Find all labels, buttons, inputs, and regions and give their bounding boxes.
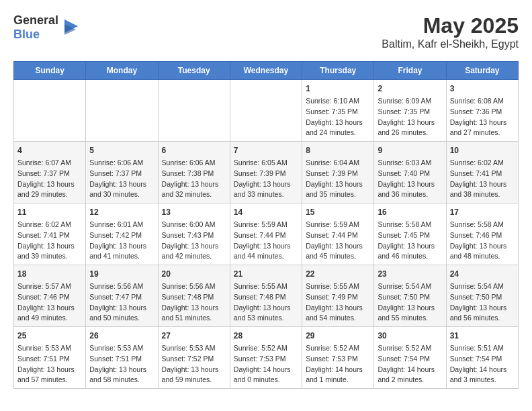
- day-info: Sunrise: 5:51 AM Sunset: 7:54 PM Dayligh…: [450, 343, 515, 385]
- day-info: Sunrise: 6:03 AM Sunset: 7:40 PM Dayligh…: [378, 158, 442, 200]
- day-number: 31: [450, 330, 515, 342]
- day-info: Sunrise: 5:54 AM Sunset: 7:50 PM Dayligh…: [450, 281, 515, 324]
- day-number: 21: [234, 268, 298, 280]
- day-info: Sunrise: 5:53 AM Sunset: 7:51 PM Dayligh…: [17, 343, 82, 385]
- calendar-cell: 11Sunrise: 6:02 AM Sunset: 7:41 PM Dayli…: [14, 203, 86, 265]
- day-number: 16: [378, 206, 442, 218]
- day-info: Sunrise: 5:58 AM Sunset: 7:45 PM Dayligh…: [378, 220, 442, 262]
- logo-blue: Blue: [13, 28, 40, 41]
- header-row: Sunday Monday Tuesday Wednesday Thursday…: [14, 62, 519, 80]
- calendar-subtitle: Baltim, Kafr el-Sheikh, Egypt: [382, 38, 519, 50]
- day-number: 24: [450, 268, 515, 280]
- col-friday: Friday: [374, 62, 446, 80]
- calendar-body: 1Sunrise: 6:10 AM Sunset: 7:35 PM Daylig…: [14, 80, 519, 389]
- calendar-cell: 5Sunrise: 6:06 AM Sunset: 7:37 PM Daylig…: [86, 142, 158, 203]
- calendar-cell: 27Sunrise: 5:53 AM Sunset: 7:52 PM Dayli…: [158, 327, 230, 389]
- col-sunday: Sunday: [14, 62, 86, 80]
- day-number: 3: [450, 83, 515, 95]
- day-number: 18: [17, 268, 82, 280]
- day-info: Sunrise: 5:52 AM Sunset: 7:53 PM Dayligh…: [306, 343, 370, 385]
- page-header: General Blue May 2025 Baltim, Kafr el-Sh…: [13, 13, 519, 50]
- calendar-cell: 10Sunrise: 6:02 AM Sunset: 7:41 PM Dayli…: [446, 142, 518, 203]
- day-number: 8: [306, 144, 370, 156]
- calendar-header: Sunday Monday Tuesday Wednesday Thursday…: [14, 62, 519, 80]
- calendar-cell: 18Sunrise: 5:57 AM Sunset: 7:46 PM Dayli…: [14, 265, 86, 327]
- calendar-cell: [158, 80, 230, 142]
- calendar-cell: 30Sunrise: 5:52 AM Sunset: 7:54 PM Dayli…: [374, 327, 446, 389]
- col-thursday: Thursday: [302, 62, 374, 80]
- calendar-cell: 8Sunrise: 6:04 AM Sunset: 7:39 PM Daylig…: [302, 142, 374, 203]
- day-info: Sunrise: 6:02 AM Sunset: 7:41 PM Dayligh…: [17, 220, 82, 262]
- logo-general: General: [13, 13, 58, 27]
- calendar-cell: 15Sunrise: 5:59 AM Sunset: 7:44 PM Dayli…: [302, 203, 374, 265]
- day-number: 25: [17, 330, 82, 342]
- calendar-cell: 14Sunrise: 5:59 AM Sunset: 7:44 PM Dayli…: [230, 203, 302, 265]
- col-saturday: Saturday: [446, 62, 518, 80]
- calendar-cell: 20Sunrise: 5:56 AM Sunset: 7:48 PM Dayli…: [158, 265, 230, 327]
- day-info: Sunrise: 5:57 AM Sunset: 7:46 PM Dayligh…: [17, 281, 82, 324]
- calendar-week-5: 25Sunrise: 5:53 AM Sunset: 7:51 PM Dayli…: [14, 327, 519, 389]
- day-info: Sunrise: 6:07 AM Sunset: 7:37 PM Dayligh…: [17, 158, 82, 200]
- day-number: 6: [162, 144, 226, 156]
- day-info: Sunrise: 6:00 AM Sunset: 7:43 PM Dayligh…: [162, 220, 226, 262]
- day-info: Sunrise: 6:01 AM Sunset: 7:42 PM Dayligh…: [89, 220, 154, 262]
- day-info: Sunrise: 6:05 AM Sunset: 7:39 PM Dayligh…: [234, 158, 298, 200]
- day-number: 17: [450, 206, 515, 218]
- calendar-cell: 9Sunrise: 6:03 AM Sunset: 7:40 PM Daylig…: [374, 142, 446, 203]
- day-info: Sunrise: 5:53 AM Sunset: 7:51 PM Dayligh…: [89, 343, 154, 385]
- day-number: 28: [234, 330, 298, 342]
- day-number: 1: [306, 83, 370, 95]
- calendar-cell: 7Sunrise: 6:05 AM Sunset: 7:39 PM Daylig…: [230, 142, 302, 203]
- calendar-table: Sunday Monday Tuesday Wednesday Thursday…: [13, 61, 519, 389]
- col-wednesday: Wednesday: [230, 62, 302, 80]
- day-number: 30: [378, 330, 442, 342]
- day-number: 5: [89, 144, 154, 156]
- calendar-cell: 16Sunrise: 5:58 AM Sunset: 7:45 PM Dayli…: [374, 203, 446, 265]
- day-info: Sunrise: 5:54 AM Sunset: 7:50 PM Dayligh…: [378, 281, 442, 324]
- logo-text: General Blue: [13, 13, 58, 42]
- day-number: 2: [378, 83, 442, 95]
- calendar-cell: 26Sunrise: 5:53 AM Sunset: 7:51 PM Dayli…: [86, 327, 158, 389]
- calendar-cell: 31Sunrise: 5:51 AM Sunset: 7:54 PM Dayli…: [446, 327, 518, 389]
- col-monday: Monday: [86, 62, 158, 80]
- logo: General Blue: [13, 13, 81, 42]
- calendar-cell: [14, 80, 86, 142]
- day-number: 19: [89, 268, 154, 280]
- day-number: 23: [378, 268, 442, 280]
- calendar-cell: 28Sunrise: 5:52 AM Sunset: 7:53 PM Dayli…: [230, 327, 302, 389]
- day-info: Sunrise: 5:59 AM Sunset: 7:44 PM Dayligh…: [234, 220, 298, 262]
- calendar-cell: 13Sunrise: 6:00 AM Sunset: 7:43 PM Dayli…: [158, 203, 230, 265]
- day-info: Sunrise: 5:56 AM Sunset: 7:48 PM Dayligh…: [162, 281, 226, 324]
- day-number: 11: [17, 206, 82, 218]
- day-info: Sunrise: 5:58 AM Sunset: 7:46 PM Dayligh…: [450, 220, 515, 262]
- calendar-cell: 6Sunrise: 6:06 AM Sunset: 7:38 PM Daylig…: [158, 142, 230, 203]
- day-info: Sunrise: 6:09 AM Sunset: 7:35 PM Dayligh…: [378, 96, 442, 138]
- day-number: 10: [450, 144, 515, 156]
- calendar-week-1: 1Sunrise: 6:10 AM Sunset: 7:35 PM Daylig…: [14, 80, 519, 142]
- logo-icon: [61, 16, 81, 40]
- calendar-cell: 21Sunrise: 5:55 AM Sunset: 7:48 PM Dayli…: [230, 265, 302, 327]
- calendar-title: May 2025: [382, 13, 519, 38]
- calendar-cell: 22Sunrise: 5:55 AM Sunset: 7:49 PM Dayli…: [302, 265, 374, 327]
- col-tuesday: Tuesday: [158, 62, 230, 80]
- calendar-cell: [230, 80, 302, 142]
- day-number: 15: [306, 206, 370, 218]
- calendar-cell: 12Sunrise: 6:01 AM Sunset: 7:42 PM Dayli…: [86, 203, 158, 265]
- calendar-cell: 2Sunrise: 6:09 AM Sunset: 7:35 PM Daylig…: [374, 80, 446, 142]
- day-info: Sunrise: 5:55 AM Sunset: 7:49 PM Dayligh…: [306, 281, 370, 324]
- title-block: May 2025 Baltim, Kafr el-Sheikh, Egypt: [382, 13, 519, 50]
- day-info: Sunrise: 6:10 AM Sunset: 7:35 PM Dayligh…: [306, 96, 370, 138]
- day-info: Sunrise: 6:06 AM Sunset: 7:37 PM Dayligh…: [89, 158, 154, 200]
- day-info: Sunrise: 5:59 AM Sunset: 7:44 PM Dayligh…: [306, 220, 370, 262]
- day-number: 14: [234, 206, 298, 218]
- day-number: 9: [378, 144, 442, 156]
- day-number: 26: [89, 330, 154, 342]
- day-number: 12: [89, 206, 154, 218]
- day-info: Sunrise: 6:06 AM Sunset: 7:38 PM Dayligh…: [162, 158, 226, 200]
- day-info: Sunrise: 5:52 AM Sunset: 7:54 PM Dayligh…: [378, 343, 442, 385]
- calendar-cell: 23Sunrise: 5:54 AM Sunset: 7:50 PM Dayli…: [374, 265, 446, 327]
- day-info: Sunrise: 6:08 AM Sunset: 7:36 PM Dayligh…: [450, 96, 515, 138]
- calendar-cell: 25Sunrise: 5:53 AM Sunset: 7:51 PM Dayli…: [14, 327, 86, 389]
- day-info: Sunrise: 6:04 AM Sunset: 7:39 PM Dayligh…: [306, 158, 370, 200]
- calendar-cell: 19Sunrise: 5:56 AM Sunset: 7:47 PM Dayli…: [86, 265, 158, 327]
